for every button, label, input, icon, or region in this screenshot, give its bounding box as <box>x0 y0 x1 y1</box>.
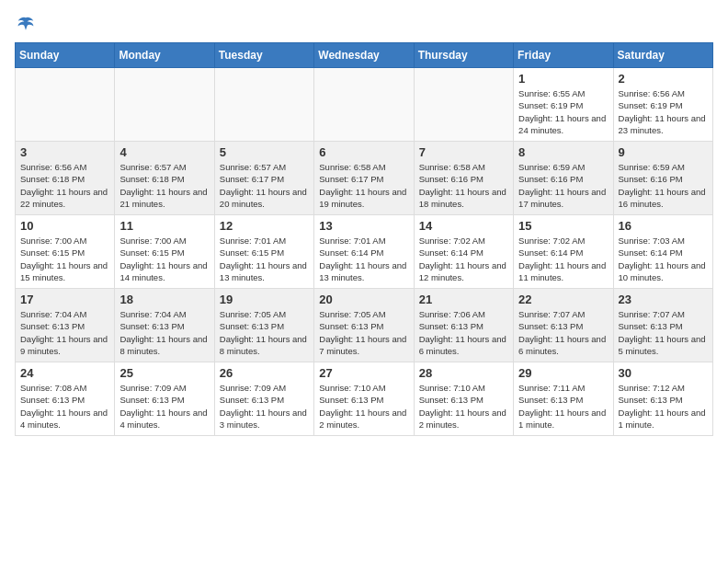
day-number: 15 <box>518 219 608 233</box>
day-info: Sunrise: 6:56 AMSunset: 6:19 PMDaylight:… <box>619 87 708 136</box>
day-info: Sunrise: 7:12 AMSunset: 6:13 PMDaylight:… <box>619 382 708 431</box>
day-number: 24 <box>20 366 109 380</box>
calendar-cell: 5Sunrise: 6:57 AMSunset: 6:17 PMDaylight… <box>214 142 313 215</box>
day-info: Sunrise: 7:11 AMSunset: 6:13 PMDaylight:… <box>518 382 608 431</box>
calendar-cell: 29Sunrise: 7:11 AMSunset: 6:13 PMDayligh… <box>514 362 613 436</box>
calendar-cell <box>214 68 313 142</box>
day-number: 19 <box>220 293 309 306</box>
calendar-cell: 8Sunrise: 6:59 AMSunset: 6:16 PMDaylight… <box>514 142 613 215</box>
day-info: Sunrise: 7:09 AMSunset: 6:13 PMDaylight:… <box>220 382 309 431</box>
calendar-header-row: SundayMondayTuesdayWednesdayThursdayFrid… <box>16 43 713 68</box>
column-header-tuesday: Tuesday <box>214 43 313 68</box>
day-info: Sunrise: 6:59 AMSunset: 6:16 PMDaylight:… <box>518 161 608 210</box>
calendar-cell: 23Sunrise: 7:07 AMSunset: 6:13 PMDayligh… <box>613 289 712 362</box>
day-info: Sunrise: 7:04 AMSunset: 6:13 PMDaylight:… <box>119 308 209 357</box>
calendar-cell: 27Sunrise: 7:10 AMSunset: 6:13 PMDayligh… <box>314 362 414 436</box>
day-number: 7 <box>419 145 508 159</box>
day-info: Sunrise: 7:05 AMSunset: 6:13 PMDaylight:… <box>319 308 408 357</box>
calendar-cell: 6Sunrise: 6:58 AMSunset: 6:17 PMDaylight… <box>314 142 414 215</box>
day-info: Sunrise: 6:57 AMSunset: 6:18 PMDaylight:… <box>119 161 209 210</box>
day-info: Sunrise: 6:57 AMSunset: 6:17 PMDaylight:… <box>220 161 309 210</box>
day-number: 5 <box>220 145 309 159</box>
calendar-cell <box>16 68 115 142</box>
day-info: Sunrise: 7:05 AMSunset: 6:13 PMDaylight:… <box>220 308 309 357</box>
day-info: Sunrise: 7:06 AMSunset: 6:13 PMDaylight:… <box>419 308 508 357</box>
calendar-cell: 18Sunrise: 7:04 AMSunset: 6:13 PMDayligh… <box>115 289 214 362</box>
page-header <box>15 15 713 33</box>
column-header-friday: Friday <box>514 43 613 68</box>
calendar-table: SundayMondayTuesdayWednesdayThursdayFrid… <box>15 42 713 436</box>
day-info: Sunrise: 7:04 AMSunset: 6:13 PMDaylight:… <box>20 308 109 357</box>
day-number: 26 <box>220 366 309 380</box>
day-number: 13 <box>319 219 408 233</box>
calendar-cell: 17Sunrise: 7:04 AMSunset: 6:13 PMDayligh… <box>16 289 115 362</box>
column-header-saturday: Saturday <box>613 43 712 68</box>
day-number: 2 <box>619 72 708 86</box>
calendar-cell: 3Sunrise: 6:56 AMSunset: 6:18 PMDaylight… <box>16 142 115 215</box>
column-header-sunday: Sunday <box>16 43 115 68</box>
day-number: 3 <box>20 145 109 159</box>
day-info: Sunrise: 7:10 AMSunset: 6:13 PMDaylight:… <box>419 382 508 431</box>
calendar-cell: 21Sunrise: 7:06 AMSunset: 6:13 PMDayligh… <box>414 289 513 362</box>
column-header-wednesday: Wednesday <box>314 43 414 68</box>
day-number: 14 <box>419 219 508 233</box>
column-header-monday: Monday <box>115 43 214 68</box>
day-number: 12 <box>220 219 309 233</box>
calendar-cell: 28Sunrise: 7:10 AMSunset: 6:13 PMDayligh… <box>414 362 513 436</box>
day-number: 18 <box>119 293 209 306</box>
day-info: Sunrise: 6:55 AMSunset: 6:19 PMDaylight:… <box>518 87 608 136</box>
calendar-cell: 26Sunrise: 7:09 AMSunset: 6:13 PMDayligh… <box>214 362 313 436</box>
day-info: Sunrise: 7:10 AMSunset: 6:13 PMDaylight:… <box>319 382 408 431</box>
day-number: 1 <box>518 72 608 86</box>
day-info: Sunrise: 7:00 AMSunset: 6:15 PMDaylight:… <box>119 235 209 283</box>
calendar-cell: 30Sunrise: 7:12 AMSunset: 6:13 PMDayligh… <box>613 362 712 436</box>
day-info: Sunrise: 7:02 AMSunset: 6:14 PMDaylight:… <box>419 235 508 283</box>
day-number: 6 <box>319 145 408 159</box>
calendar-cell: 24Sunrise: 7:08 AMSunset: 6:13 PMDayligh… <box>16 362 115 436</box>
calendar-week-row: 1Sunrise: 6:55 AMSunset: 6:19 PMDaylight… <box>16 68 713 142</box>
calendar-cell: 15Sunrise: 7:02 AMSunset: 6:14 PMDayligh… <box>514 215 613 289</box>
day-number: 22 <box>518 293 608 306</box>
day-info: Sunrise: 7:01 AMSunset: 6:14 PMDaylight:… <box>319 235 408 283</box>
day-number: 9 <box>619 145 708 159</box>
day-number: 16 <box>619 219 708 233</box>
column-header-thursday: Thursday <box>414 43 513 68</box>
day-number: 4 <box>119 145 209 159</box>
calendar-cell: 25Sunrise: 7:09 AMSunset: 6:13 PMDayligh… <box>115 362 214 436</box>
calendar-week-row: 17Sunrise: 7:04 AMSunset: 6:13 PMDayligh… <box>16 289 713 362</box>
calendar-cell: 12Sunrise: 7:01 AMSunset: 6:15 PMDayligh… <box>214 215 313 289</box>
calendar-cell: 1Sunrise: 6:55 AMSunset: 6:19 PMDaylight… <box>514 68 613 142</box>
day-info: Sunrise: 7:00 AMSunset: 6:15 PMDaylight:… <box>20 235 109 283</box>
calendar-week-row: 24Sunrise: 7:08 AMSunset: 6:13 PMDayligh… <box>16 362 713 436</box>
day-info: Sunrise: 6:58 AMSunset: 6:17 PMDaylight:… <box>319 161 408 210</box>
day-info: Sunrise: 7:02 AMSunset: 6:14 PMDaylight:… <box>518 235 608 283</box>
calendar-cell <box>414 68 513 142</box>
day-number: 29 <box>518 366 608 380</box>
day-number: 23 <box>619 293 708 306</box>
day-number: 11 <box>119 219 209 233</box>
calendar-cell: 2Sunrise: 6:56 AMSunset: 6:19 PMDaylight… <box>613 68 712 142</box>
calendar-cell: 10Sunrise: 7:00 AMSunset: 6:15 PMDayligh… <box>16 215 115 289</box>
day-number: 20 <box>319 293 408 306</box>
calendar-cell <box>314 68 414 142</box>
day-info: Sunrise: 7:08 AMSunset: 6:13 PMDaylight:… <box>20 382 109 431</box>
day-info: Sunrise: 6:59 AMSunset: 6:16 PMDaylight:… <box>619 161 708 210</box>
calendar-cell: 19Sunrise: 7:05 AMSunset: 6:13 PMDayligh… <box>214 289 313 362</box>
day-number: 10 <box>20 219 109 233</box>
calendar-week-row: 10Sunrise: 7:00 AMSunset: 6:15 PMDayligh… <box>16 215 713 289</box>
day-info: Sunrise: 7:07 AMSunset: 6:13 PMDaylight:… <box>619 308 708 357</box>
day-number: 30 <box>619 366 708 380</box>
logo-bird-icon <box>17 15 35 33</box>
day-info: Sunrise: 7:07 AMSunset: 6:13 PMDaylight:… <box>518 308 608 357</box>
calendar-cell: 22Sunrise: 7:07 AMSunset: 6:13 PMDayligh… <box>514 289 613 362</box>
day-number: 25 <box>119 366 209 380</box>
day-info: Sunrise: 7:03 AMSunset: 6:14 PMDaylight:… <box>619 235 708 283</box>
calendar-week-row: 3Sunrise: 6:56 AMSunset: 6:18 PMDaylight… <box>16 142 713 215</box>
calendar-cell: 14Sunrise: 7:02 AMSunset: 6:14 PMDayligh… <box>414 215 513 289</box>
calendar-cell: 7Sunrise: 6:58 AMSunset: 6:16 PMDaylight… <box>414 142 513 215</box>
day-number: 17 <box>20 293 109 306</box>
day-number: 21 <box>419 293 508 306</box>
day-number: 27 <box>319 366 408 380</box>
calendar-cell: 4Sunrise: 6:57 AMSunset: 6:18 PMDaylight… <box>115 142 214 215</box>
calendar-cell: 11Sunrise: 7:00 AMSunset: 6:15 PMDayligh… <box>115 215 214 289</box>
